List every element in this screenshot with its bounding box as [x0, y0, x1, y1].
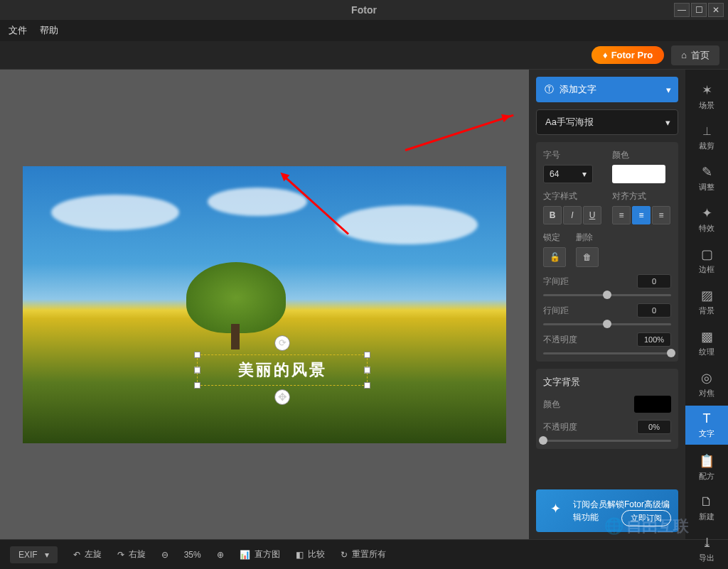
upsell-cta-button[interactable]: 立即订阅: [621, 510, 671, 526]
move-handle[interactable]: ✥: [274, 389, 290, 405]
tool-texture[interactable]: ▩纹理: [685, 323, 728, 363]
trash-icon: 🗑: [583, 252, 592, 262]
opacity-slider[interactable]: [543, 352, 671, 354]
tool-new[interactable]: 🗋新建: [685, 489, 728, 528]
minimize-button[interactable]: —: [674, 3, 690, 17]
resize-handle-mr[interactable]: [364, 367, 370, 373]
tool-export[interactable]: ⤓导出: [685, 529, 728, 569]
text-style-label: 文字样式: [543, 190, 602, 202]
app-title: Fotor: [351, 4, 377, 16]
resize-handle-br[interactable]: [364, 382, 370, 389]
tool-background[interactable]: ▨背景: [685, 282, 728, 322]
zoom-in-button[interactable]: ⊕: [217, 550, 224, 560]
sparkle-icon: ✶: [702, 82, 712, 98]
canvas-area[interactable]: 美丽的风景 ⟳ ✥: [0, 70, 529, 539]
tool-text[interactable]: T文字: [685, 406, 728, 445]
text-color-swatch[interactable]: [612, 165, 665, 183]
text-content[interactable]: 美丽的风景: [238, 359, 327, 381]
chevron-down-icon: ▾: [666, 85, 671, 95]
tool-scene[interactable]: ✶场景: [685, 77, 728, 116]
zoom-level[interactable]: 35%: [184, 550, 201, 560]
add-text-label: 添加文字: [560, 83, 596, 96]
home-button[interactable]: ⌂ 首页: [671, 45, 719, 65]
text-bg-section-title: 文字背景: [543, 376, 671, 389]
rotate-right-button[interactable]: ↷右旋: [117, 548, 146, 560]
reset-button[interactable]: ↻重置所有: [341, 548, 386, 560]
bg-color-swatch[interactable]: [634, 396, 671, 413]
maximize-button[interactable]: ☐: [691, 3, 707, 17]
align-center-button[interactable]: ≡: [632, 206, 651, 224]
text-element-selected[interactable]: 美丽的风景 ⟳ ✥: [197, 354, 368, 386]
bg-opacity-value[interactable]: 0%: [637, 420, 671, 434]
tool-preset[interactable]: 📋配方: [685, 448, 728, 487]
line-spacing-value[interactable]: 0: [637, 303, 671, 318]
align-right-button[interactable]: ≡: [652, 206, 670, 224]
border-icon: ▢: [701, 246, 713, 262]
zoom-in-icon: ⊕: [217, 550, 224, 560]
tool-border[interactable]: ▢边框: [685, 241, 728, 281]
tool-effect[interactable]: ✦特效: [685, 200, 728, 239]
upsell-banner[interactable]: ✦ 订阅会员解锁Fotor高级编辑功能 立即订阅: [536, 489, 678, 532]
close-button[interactable]: ✕: [708, 3, 724, 17]
wand-icon: ✦: [702, 205, 712, 221]
annotation-arrow: [405, 114, 514, 151]
fotor-pro-button[interactable]: ♦ Fotor Pro: [592, 46, 664, 64]
clipboard-icon: 📋: [699, 453, 714, 469]
resize-handle-ml[interactable]: [194, 367, 200, 373]
letter-spacing-label: 字间距: [543, 276, 569, 288]
underline-button[interactable]: U: [583, 206, 601, 224]
zoom-out-button[interactable]: ⊖: [161, 550, 168, 560]
canvas-image[interactable]: 美丽的风景 ⟳ ✥: [23, 166, 506, 443]
compare-button[interactable]: ◧比较: [296, 548, 325, 560]
chevron-down-icon: ▾: [45, 550, 49, 560]
histogram-button[interactable]: 📊直方图: [240, 548, 280, 560]
lock-label: 锁定: [543, 232, 566, 244]
resize-handle-bl[interactable]: [194, 382, 200, 389]
rotate-right-icon: ↷: [117, 550, 124, 560]
text-icon: Ⓣ: [545, 83, 554, 96]
menu-help[interactable]: 帮助: [40, 24, 58, 37]
pencil-icon: ✎: [702, 164, 712, 180]
bold-button[interactable]: B: [543, 206, 562, 224]
bg-color-label: 颜色: [543, 399, 560, 411]
tool-adjust[interactable]: ✎调整: [685, 158, 728, 198]
resize-handle-tl[interactable]: [194, 352, 200, 358]
tool-rail: ✶场景 ⟂裁剪 ✎调整 ✦特效 ▢边框 ▨背景 ▩纹理 ◎对焦 T文字 📋配方 …: [685, 70, 728, 539]
rotate-left-button[interactable]: ↶左旋: [73, 548, 102, 560]
align-left-button[interactable]: ≡: [612, 206, 631, 224]
add-text-button[interactable]: Ⓣ 添加文字 ▾: [536, 77, 678, 102]
italic-button[interactable]: I: [563, 206, 582, 224]
delete-label: 删除: [576, 232, 599, 244]
resize-handle-tr[interactable]: [364, 352, 370, 358]
lock-button[interactable]: 🔓: [543, 247, 566, 267]
bg-opacity-slider[interactable]: [543, 440, 671, 442]
pro-label: Fotor Pro: [611, 50, 653, 60]
text-color-label: 颜色: [612, 149, 671, 161]
bg-opacity-label: 不透明度: [543, 421, 577, 433]
home-icon: ⌂: [681, 50, 687, 60]
font-family-select[interactable]: Aa手写海报 ▾: [536, 109, 678, 135]
tool-crop[interactable]: ⟂裁剪: [685, 118, 728, 157]
letter-spacing-value[interactable]: 0: [637, 274, 671, 288]
font-size-select[interactable]: 64 ▾: [543, 165, 593, 183]
crop-icon: ⟂: [703, 124, 711, 139]
compare-icon: ◧: [296, 550, 304, 560]
bottom-toolbar: EXIF ▾ ↶左旋 ↷右旋 ⊖ 35% ⊕ 📊直方图 ◧比较 ↻重置所有: [0, 539, 728, 569]
reset-icon: ↻: [341, 550, 348, 560]
rotate-handle[interactable]: ⟳: [274, 335, 290, 351]
exif-button[interactable]: EXIF ▾: [10, 546, 58, 563]
line-spacing-slider[interactable]: [543, 323, 671, 325]
sparkle-icon: ✦: [545, 498, 566, 519]
letter-spacing-slider[interactable]: [543, 294, 671, 296]
top-toolbar: ♦ Fotor Pro ⌂ 首页: [0, 41, 728, 70]
rotate-left-icon: ↶: [73, 550, 80, 560]
menu-file[interactable]: 文件: [9, 24, 27, 37]
delete-button[interactable]: 🗑: [576, 247, 599, 267]
opacity-value[interactable]: 100%: [637, 332, 671, 347]
unlock-icon: 🔓: [550, 252, 560, 262]
text-properties-panel: Ⓣ 添加文字 ▾ Aa手写海报 ▾ 字号 64 ▾ 颜色: [529, 70, 685, 539]
window-titlebar: Fotor — ☐ ✕: [0, 0, 728, 20]
tool-focus[interactable]: ◎对焦: [685, 364, 728, 404]
chart-icon: 📊: [240, 550, 250, 560]
text-icon: T: [703, 411, 711, 426]
